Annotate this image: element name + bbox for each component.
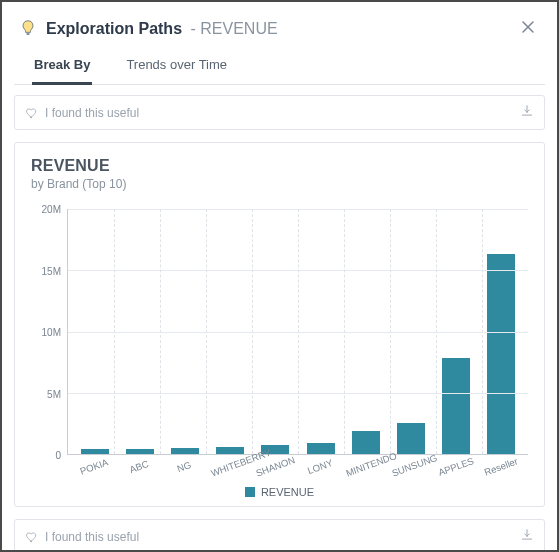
v-gridline [344,209,345,454]
legend-swatch [245,487,255,497]
x-tick-label: POKIA [73,454,114,478]
v-gridline [436,209,437,454]
v-gridline [206,209,207,454]
x-tick-label: NG [164,454,205,478]
bar[interactable] [352,431,380,454]
x-tick-label: WHITEBERRY [209,454,250,478]
y-tick-label: 20M [42,204,61,215]
tabs: Break By Trends over Time [14,45,545,85]
bar[interactable] [442,358,470,454]
y-axis: 05M10M15M20M [31,209,67,455]
chart-subtitle: by Brand (Top 10) [31,177,528,191]
bar[interactable] [397,423,425,454]
modal-title: Exploration Paths - REVENUE [46,20,278,38]
feedback-bar-bottom: I found this useful [14,519,545,552]
y-tick-label: 5M [47,388,61,399]
y-tick-label: 15M [42,265,61,276]
chart-legend: REVENUE [31,486,528,498]
close-icon [521,20,535,34]
v-gridline [160,209,161,454]
bar[interactable] [126,449,154,455]
chart-card: REVENUE by Brand (Top 10) 05M10M15M20M P… [14,142,545,507]
feedback-bar-top: I found this useful [14,95,545,130]
x-tick-label: LONY [299,454,340,478]
bar[interactable] [81,449,109,454]
v-gridline [114,209,115,454]
feedback-text[interactable]: I found this useful [45,106,139,120]
bar[interactable] [216,447,244,454]
y-tick-label: 0 [55,450,61,461]
chart-area: 05M10M15M20M [31,209,528,455]
x-tick-label: Reseller [481,454,522,478]
tab-trends-over-time[interactable]: Trends over Time [124,51,229,84]
download-icon [520,528,534,542]
v-gridline [298,209,299,454]
x-axis-labels: POKIAABCNGWHITEBERRYSHANONLONYMINITENDOS… [67,455,528,472]
v-gridline [390,209,391,454]
heart-icon [25,530,39,544]
chart-title: REVENUE [31,157,528,175]
close-button[interactable] [515,16,541,41]
download-button[interactable] [520,104,534,121]
download-button[interactable] [520,528,534,545]
lightbulb-icon [18,19,38,39]
download-icon [520,104,534,118]
legend-label: REVENUE [261,486,314,498]
modal-title-suffix: - REVENUE [186,20,278,37]
chart-plot [67,209,528,455]
modal-header: Exploration Paths - REVENUE [14,10,545,45]
bar[interactable] [307,443,335,454]
bar[interactable] [487,254,515,454]
y-tick-label: 10M [42,327,61,338]
heart-icon [25,106,39,120]
x-tick-label: ABC [118,454,159,478]
x-tick-label: MINITENDO [345,454,386,478]
modal-title-bold: Exploration Paths [46,20,182,37]
tab-break-by[interactable]: Break By [32,51,92,85]
v-gridline [482,209,483,454]
svg-rect-0 [26,33,29,35]
feedback-text[interactable]: I found this useful [45,530,139,544]
bar[interactable] [171,448,199,454]
v-gridline [252,209,253,454]
x-tick-label: APPLES [435,454,476,478]
